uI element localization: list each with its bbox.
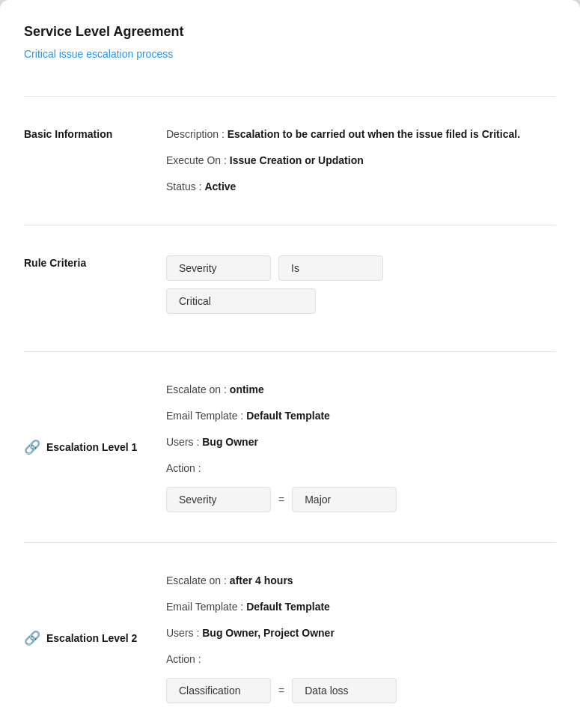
escalation2-email-label: Email Template xyxy=(166,601,237,613)
escalation1-escalate-label: Escalate on xyxy=(166,383,221,395)
escalation2-action-label-row: Action : xyxy=(166,652,556,667)
escalation1-escalate-value: ontime xyxy=(230,383,264,395)
escalation2-escalate-label: Escalate on xyxy=(166,574,221,586)
basic-info-section: Basic Information Description : Escalati… xyxy=(24,112,556,210)
escalation1-email-value: Default Template xyxy=(246,410,330,422)
description-row: Description : Escalation to be carried o… xyxy=(166,127,556,142)
criteria-field-row: Severity Is xyxy=(166,255,556,281)
escalation1-action-value: Major xyxy=(292,487,397,512)
criteria-operator-box: Is xyxy=(278,255,383,281)
escalation2-action-value: Data loss xyxy=(292,678,397,703)
escalation1-escalate-row: Escalate on : ontime xyxy=(166,382,556,398)
escalation1-action-field: Severity xyxy=(166,487,271,512)
execute-label: Execute On xyxy=(166,154,221,166)
escalation2-escalate-value: after 4 hours xyxy=(230,574,293,586)
escalation2-action-row: Classification = Data loss xyxy=(166,678,556,703)
escalation1-users-row: Users : Bug Owner xyxy=(166,434,556,450)
escalation2-users-value: Bug Owner, Project Owner xyxy=(202,627,335,639)
escalation2-users-label: Users xyxy=(166,627,194,639)
rule-criteria-label: Rule Criteria xyxy=(24,255,166,321)
basic-info-content: Description : Escalation to be carried o… xyxy=(166,127,556,195)
escalation2-action-label: Action xyxy=(166,653,195,665)
execute-row: Execute On : Issue Creation or Updation xyxy=(166,153,556,169)
description-label: Description xyxy=(166,128,219,140)
escalation1-action-row: Severity = Major xyxy=(166,487,556,512)
criteria-value-box: Critical xyxy=(166,288,316,314)
basic-info-label: Basic Information xyxy=(24,127,166,195)
criteria-field-box: Severity xyxy=(166,255,271,281)
divider-4 xyxy=(24,542,556,543)
escalation1-action-operator: = xyxy=(278,494,284,506)
escalation2-action-operator: = xyxy=(278,685,284,697)
divider-1 xyxy=(24,96,556,97)
escalation1-icon: 🔗 xyxy=(24,439,40,455)
escalation2-email-row: Email Template : Default Template xyxy=(166,599,556,615)
escalation2-icon: 🔗 xyxy=(24,630,40,646)
divider-2 xyxy=(24,225,556,225)
escalation2-content: Escalate on : after 4 hours Email Templa… xyxy=(166,573,556,703)
escalation1-users-value: Bug Owner xyxy=(202,436,258,448)
escalation2-title: Escalation Level 2 xyxy=(46,632,137,644)
escalation1-header: 🔗 Escalation Level 1 xyxy=(24,382,166,512)
escalation2-email-value: Default Template xyxy=(246,601,330,613)
escalation1-title: Escalation Level 1 xyxy=(46,441,137,453)
page-title: Service Level Agreement xyxy=(24,24,556,40)
execute-value: Issue Creation or Updation xyxy=(230,154,364,166)
escalation1-users-label: Users xyxy=(166,436,194,448)
escalation2-section: 🔗 Escalation Level 2 Escalate on : after… xyxy=(24,558,556,718)
divider-3 xyxy=(24,351,556,352)
rule-criteria-content: Severity Is Critical xyxy=(166,255,556,321)
escalation1-action-label-row: Action : xyxy=(166,461,556,476)
criteria-value-row: Critical xyxy=(166,288,556,314)
status-label: Status xyxy=(166,181,196,192)
escalation1-email-row: Email Template : Default Template xyxy=(166,408,556,424)
escalation2-action-field: Classification xyxy=(166,678,271,703)
escalation1-action-label: Action xyxy=(166,462,195,474)
escalation2-header: 🔗 Escalation Level 2 xyxy=(24,573,166,703)
escalation1-section: 🔗 Escalation Level 1 Escalate on : ontim… xyxy=(24,367,556,527)
description-value: Escalation to be carried out when the is… xyxy=(228,128,520,140)
escalation2-users-row: Users : Bug Owner, Project Owner xyxy=(166,625,556,641)
status-value: Active xyxy=(204,181,236,192)
escalation1-email-label: Email Template xyxy=(166,410,237,422)
breadcrumb-link[interactable]: Critical issue escalation process xyxy=(24,48,173,60)
escalation2-escalate-row: Escalate on : after 4 hours xyxy=(166,573,556,589)
status-row: Status : Active xyxy=(166,179,556,195)
main-card: Service Level Agreement Critical issue e… xyxy=(0,0,580,728)
rule-criteria-section: Rule Criteria Severity Is Critical xyxy=(24,240,556,336)
escalation1-content: Escalate on : ontime Email Template : De… xyxy=(166,382,556,512)
